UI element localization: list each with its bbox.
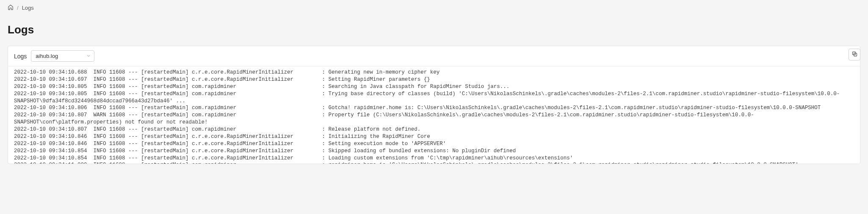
log-line: 2022-10-10 09:34:10.807 WARN 11608 --- [… bbox=[14, 112, 854, 126]
breadcrumb-home-link[interactable] bbox=[8, 4, 14, 11]
breadcrumb-current: Logs bbox=[22, 5, 34, 11]
logs-panel: Logs aihub.log 2022-10-10 09:34:10.688 I… bbox=[8, 46, 860, 164]
log-line: 2022-10-10 09:34:10.806 INFO 11608 --- [… bbox=[14, 104, 854, 112]
log-line: 2022-10-10 09:34:10.846 INFO 11608 --- [… bbox=[14, 133, 854, 140]
log-line: 2022-10-10 09:34:10.854 INFO 11608 --- [… bbox=[14, 155, 854, 162]
log-line: 2022-10-10 09:34:10.688 INFO 11608 --- [… bbox=[14, 69, 854, 76]
log-output[interactable]: 2022-10-10 09:34:10.688 INFO 11608 --- [… bbox=[8, 66, 860, 164]
log-line: 2022-10-10 09:34:10.807 INFO 11608 --- [… bbox=[14, 126, 854, 133]
page-title: Logs bbox=[8, 23, 860, 36]
breadcrumb: / Logs bbox=[8, 4, 860, 11]
logs-select-label: Logs bbox=[14, 53, 27, 60]
breadcrumb-separator: / bbox=[17, 5, 19, 11]
log-line: 2022-10-10 09:34:10.697 INFO 11608 --- [… bbox=[14, 76, 854, 83]
home-icon bbox=[8, 4, 14, 10]
log-file-select[interactable]: aihub.log bbox=[31, 50, 94, 62]
log-line: 2022-10-10 09:34:10.846 INFO 11608 --- [… bbox=[14, 140, 854, 148]
log-line: 2022-10-10 09:34:10.854 INFO 11608 --- [… bbox=[14, 148, 854, 155]
logs-panel-header: Logs aihub.log bbox=[8, 46, 860, 66]
log-line: 2022-10-10 09:34:11.009 INFO 11608 --- [… bbox=[14, 162, 854, 164]
log-line: 2022-10-10 09:34:10.805 INFO 11608 --- [… bbox=[14, 83, 854, 91]
log-line: 2022-10-10 09:34:10.805 INFO 11608 --- [… bbox=[14, 91, 854, 105]
copy-button[interactable] bbox=[849, 49, 860, 60]
copy-icon bbox=[851, 51, 858, 58]
